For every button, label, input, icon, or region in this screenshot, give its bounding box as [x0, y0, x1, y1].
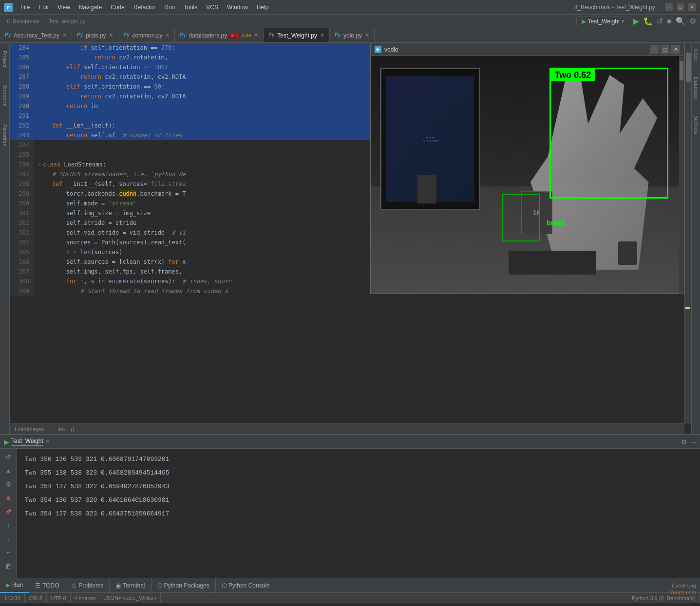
line-number-302: 302 — [10, 218, 34, 228]
rerun-btn[interactable]: ↺ — [3, 452, 14, 462]
line-number-295: 295 — [10, 150, 34, 160]
search-button[interactable]: 🔍 — [676, 17, 685, 26]
tab-accuracy-test[interactable]: Py Accuracy_Test.py ✕ — [0, 28, 72, 43]
video-window-title: vedio — [384, 46, 650, 53]
bottom-tab-problems[interactable]: ⚠ Problems — [65, 578, 110, 593]
project-panel-btn[interactable]: Project — [0, 47, 9, 71]
run-button[interactable]: ▶ — [633, 17, 639, 26]
color-panel-btn[interactable]: Color — [692, 45, 700, 65]
minimize-button[interactable]: ─ — [665, 3, 673, 11]
line-number-304: 304 — [10, 238, 34, 247]
video-close-btn[interactable]: ✕ — [671, 45, 680, 54]
tab-dataloaders-close[interactable]: ✕ — [254, 32, 258, 38]
menu-window[interactable]: Window — [223, 3, 252, 12]
status-vcs[interactable]: JSON▾ vader_William — [100, 593, 161, 603]
tab-dataloaders[interactable]: Py dataloaders.py ⊗ 1 ⚠ 69 ✕ — [175, 28, 264, 43]
run-minimize-icon[interactable]: ─ — [691, 438, 696, 446]
breadcrumb-part-1[interactable]: LoadImages — [15, 426, 44, 432]
warn-badge: ⚠ 69 — [241, 33, 251, 38]
tab-test-weight[interactable]: Py Test_Weight.py ✕ — [264, 28, 330, 43]
run-settings-icon[interactable]: ⚙ — [681, 438, 687, 446]
menu-view[interactable]: View — [54, 3, 74, 12]
bottom-tab-terminal[interactable]: ▣ Terminal — [110, 578, 151, 593]
status-encoding[interactable]: UTF-8 — [47, 593, 70, 603]
tab-yolo-label: yolo.py — [343, 32, 362, 39]
run-config-dropdown[interactable]: ▶ Test_Weight ▾ — [576, 17, 630, 26]
line-number-285: 285 — [10, 53, 34, 62]
run-output[interactable]: Two 356 136 539 321 0.6068791747093201 T… — [17, 449, 700, 578]
menu-tools[interactable]: Tools — [180, 3, 201, 12]
line-number-299: 299 — [10, 189, 34, 199]
video-scroll-thumb[interactable] — [680, 61, 683, 80]
run-tab-label[interactable]: Test_Weight — [11, 438, 43, 446]
line-number-306: 306 — [10, 257, 34, 267]
detection-label: Two 0.62 — [551, 69, 595, 81]
py-icon-dataloaders: Py — [180, 32, 187, 39]
sciview-panel-btn[interactable]: SciView — [692, 111, 700, 138]
rerun-button[interactable]: ↺ — [657, 17, 663, 26]
stop-run-btn[interactable]: ■ — [3, 493, 14, 503]
scroll-thumb[interactable] — [686, 53, 691, 82]
breadcrumb-part-2[interactable]: __len__() — [52, 426, 74, 432]
video-scrollbar[interactable] — [679, 56, 684, 294]
output-line-4: Two 354 136 537 320 0.6401664018630981 — [25, 494, 692, 507]
main-area: Project Structure Favorites 284 if self.… — [0, 43, 700, 434]
tab-common[interactable]: Py common.py ✕ — [118, 28, 175, 43]
video-minimize-btn[interactable]: ─ — [650, 45, 659, 54]
tab-accuracy-test-close[interactable]: ✕ — [62, 32, 67, 38]
favorites-panel-btn[interactable]: Favorites — [0, 120, 9, 150]
svg-text:P: P — [7, 5, 10, 10]
bottom-tab-python-packages[interactable]: ⬡ Python Packages — [151, 578, 216, 593]
menu-run[interactable]: Run — [160, 3, 179, 12]
run-tab-close[interactable]: ✕ — [45, 439, 50, 445]
bottom-tab-todo[interactable]: ☰ TODO — [29, 578, 65, 593]
video-maximize-btn[interactable]: □ — [661, 45, 669, 54]
tab-yolo[interactable]: Py yolo.py ✕ — [330, 28, 375, 43]
video-controls: ─ □ ✕ — [650, 45, 680, 54]
close-button[interactable]: ✕ — [688, 3, 696, 11]
event-log-btn[interactable]: Event Log — [672, 583, 696, 588]
bottom-tab-python-console[interactable]: ⬡ Python Console — [216, 578, 276, 593]
wrap-btn[interactable]: ↩ — [3, 547, 14, 558]
tab-dataloaders-label: dataloaders.py — [189, 32, 227, 39]
maximize-button[interactable]: □ — [677, 3, 684, 11]
monitor-stand — [417, 175, 436, 203]
menu-file[interactable]: File — [17, 3, 34, 12]
menu-edit[interactable]: Edit — [35, 3, 53, 12]
scroll-up-btn[interactable]: ↑ — [3, 520, 14, 531]
pin-btn[interactable]: 📌 — [3, 506, 14, 517]
settings-tool-btn[interactable]: ⚙ — [3, 479, 14, 490]
code-editor[interactable]: 284 if self.orientation == 270: 285 retu… — [10, 43, 691, 434]
line-number-307: 307 — [10, 267, 34, 276]
settings-gear-button[interactable]: ⚙ — [689, 17, 696, 26]
structure-panel-btn[interactable]: Structure — [0, 81, 9, 110]
bottom-tab-run[interactable]: ▶ Run — [0, 578, 29, 593]
status-position[interactable]: 143:30 — [0, 593, 25, 603]
tab-plots[interactable]: Py plots.py ✕ — [72, 28, 118, 43]
scroll-down-btn[interactable]: ↓ — [3, 533, 14, 544]
database-panel-btn[interactable]: Database — [692, 73, 700, 104]
tab-plots-label: plots.py — [86, 32, 106, 39]
app-icon: P — [4, 3, 13, 12]
menu-refactor[interactable]: Refactor — [130, 3, 159, 12]
tab-common-close[interactable]: ✕ — [165, 32, 170, 38]
editor-scrollbar[interactable] — [684, 43, 691, 423]
tab-test-weight-close[interactable]: ✕ — [320, 32, 324, 38]
project-label: 8_Benchmark — [4, 18, 43, 24]
clear-btn[interactable]: 🗑 — [3, 561, 14, 571]
menu-code[interactable]: Code — [107, 3, 129, 12]
mouse — [618, 241, 637, 265]
line-number-300: 300 — [10, 199, 34, 208]
stop-button[interactable]: ■ — [667, 17, 672, 26]
status-indent[interactable]: 4 spaces — [71, 593, 100, 603]
tab-yolo-close[interactable]: ✕ — [365, 32, 369, 38]
tab-plots-close[interactable]: ✕ — [109, 32, 113, 38]
run-panel: ▶ Test_Weight ✕ ⚙ ─ ↺ ▲ ⚙ ■ 📌 ↑ ↓ ↩ 🗑 Tw… — [0, 434, 700, 578]
menu-navigate[interactable]: Navigate — [75, 3, 106, 12]
menu-vcs[interactable]: VCS — [202, 3, 222, 12]
debug-button[interactable]: 🐛 — [643, 17, 653, 26]
run-stop-btn[interactable]: ▲ — [3, 465, 14, 476]
menu-help[interactable]: Help — [253, 3, 273, 12]
status-line-ending[interactable]: CRLF — [25, 593, 47, 603]
python-console-icon: ⬡ — [222, 582, 227, 589]
